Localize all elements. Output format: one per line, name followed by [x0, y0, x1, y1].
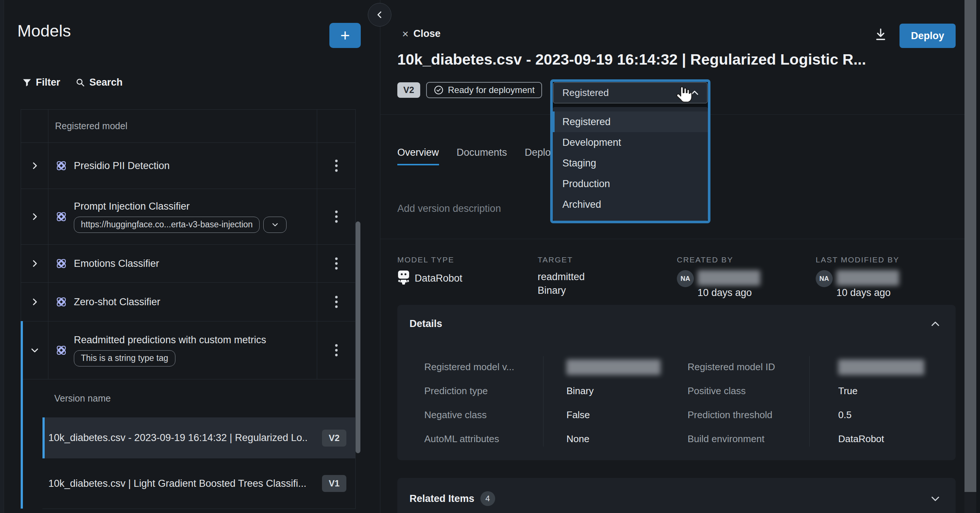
version-row-v2[interactable]: 10k_diabetes.csv - 2023-09-19 16:14:32 |…	[43, 418, 355, 458]
model-registry-icon	[55, 210, 68, 223]
model-version-title: 10k_diabetes.csv - 2023-09-19 16:14:32 |…	[397, 51, 899, 68]
expand-button[interactable]	[21, 283, 48, 321]
meta-created-by: CREATED BY NA 10 days ago	[677, 256, 760, 299]
model-tag: https://huggingface.co...erta-v3-base-in…	[74, 217, 259, 233]
stage-option-staging[interactable]: Staging	[553, 153, 708, 173]
redacted-value	[566, 359, 660, 375]
redacted-user-name	[697, 270, 760, 286]
add-model-button[interactable]: +	[329, 23, 361, 48]
filter-label: Filter	[36, 77, 60, 88]
detail-label: Registered model v...	[424, 355, 514, 379]
version-row-v1[interactable]: 10k_diabetes.csv | Light Gradient Booste…	[43, 458, 355, 508]
kebab-icon	[335, 159, 338, 172]
chevron-up-icon	[689, 88, 700, 98]
chevron-right-icon	[30, 259, 40, 268]
details-title: Details	[409, 318, 442, 330]
kebab-icon	[335, 257, 338, 270]
expand-button[interactable]	[21, 189, 48, 244]
detail-label: Prediction type	[424, 379, 514, 403]
table-header-row: Registered model	[21, 110, 355, 143]
stage-option-archived[interactable]: Archived	[553, 194, 708, 215]
avatar: NA	[677, 270, 694, 287]
model-row-emotions[interactable]: Emotions Classifier	[21, 245, 355, 283]
version-name: 10k_diabetes.csv | Light Gradient Booste…	[48, 478, 307, 489]
details-column-divider	[810, 356, 810, 446]
row-menu-button[interactable]	[317, 245, 355, 282]
model-type-value: DataRobot	[415, 273, 462, 284]
close-icon: ×	[402, 29, 409, 40]
target-label: TARGET	[538, 256, 585, 264]
detail-value: None	[566, 427, 660, 451]
model-name: Zero-shot Classifier	[74, 296, 160, 308]
stage-option-development[interactable]: Development	[553, 132, 708, 153]
version-name: 10k_diabetes.csv - 2023-09-19 16:14:32 |…	[48, 432, 307, 444]
stage-dropdown-button[interactable]: Registered	[553, 82, 708, 103]
collapse-panel-button[interactable]	[368, 3, 391, 27]
expand-button[interactable]	[21, 245, 48, 282]
model-row-zero-shot[interactable]: Zero-shot Classifier	[21, 283, 355, 321]
model-detail-panel: × Close Deploy 10k_diabetes.csv - 2023-0…	[380, 0, 980, 513]
model-name: Emotions Classifier	[74, 258, 159, 269]
avatar: NA	[816, 270, 833, 287]
tag-expander-button[interactable]	[263, 217, 286, 233]
details-card: Details Registered model v... Prediction…	[397, 305, 956, 460]
left-panel-scrollbar-thumb[interactable]	[356, 221, 360, 453]
app-window: Models + Filter Search Registered model	[0, 0, 980, 513]
model-registry-icon	[55, 159, 68, 172]
section-divider	[380, 239, 980, 239]
stage-option-registered[interactable]: Registered	[553, 111, 708, 132]
model-row-prompt-injection[interactable]: Prompt Injection Classifier https://hugg…	[21, 189, 355, 245]
stage-dropdown-value: Registered	[562, 87, 609, 98]
detail-value: False	[566, 403, 660, 427]
related-items-count-badge: 4	[480, 491, 495, 506]
detail-label: Prediction threshold	[687, 403, 775, 427]
meta-model-type: MODEL TYPE DataRobot	[397, 256, 462, 286]
tab-documents[interactable]: Documents	[457, 147, 508, 165]
detail-label: Negative class	[424, 403, 514, 427]
stage-option-production[interactable]: Production	[553, 173, 708, 194]
kebab-icon	[335, 344, 338, 357]
row-menu-button[interactable]	[317, 283, 355, 321]
chevron-right-icon	[30, 161, 40, 170]
row-menu-button[interactable]	[317, 321, 355, 379]
versions-table: Version name 10k_diabetes.csv - 2023-09-…	[43, 379, 356, 509]
kebab-icon	[335, 210, 338, 223]
kebab-icon	[335, 295, 338, 308]
collapse-row-button[interactable]	[21, 321, 48, 379]
search-label: Search	[89, 77, 123, 88]
details-column-divider	[543, 356, 544, 446]
version-description-placeholder[interactable]: Add version description	[397, 203, 501, 214]
expand-button[interactable]	[21, 143, 48, 189]
expanded-group-accent-bar	[21, 321, 23, 508]
page-title: Models	[18, 21, 71, 41]
expand-section-button[interactable]	[930, 493, 941, 504]
model-row-presidio[interactable]: Presidio PII Detection	[21, 143, 355, 189]
model-row-readmitted[interactable]: Readmitted predictions with custom metri…	[21, 321, 355, 380]
collapse-section-button[interactable]	[930, 319, 941, 330]
detail-label: AutoML attributes	[424, 427, 514, 451]
version-badge: V1	[322, 475, 346, 492]
detail-label: Positive class	[687, 379, 775, 403]
search-button[interactable]: Search	[76, 77, 123, 88]
row-menu-button[interactable]	[317, 189, 355, 244]
row-menu-button[interactable]	[317, 143, 355, 189]
chevron-down-icon	[30, 345, 40, 355]
filter-icon	[22, 78, 32, 87]
created-ago: 10 days ago	[697, 287, 760, 299]
created-by-label: CREATED BY	[677, 256, 760, 264]
close-button[interactable]: × Close	[402, 28, 441, 40]
window-scrollbar-thumb[interactable]	[964, 0, 976, 492]
deploy-label: Deploy	[911, 30, 944, 42]
download-button[interactable]	[874, 27, 887, 42]
detail-label: Registered model ID	[687, 355, 775, 379]
deploy-button[interactable]: Deploy	[899, 24, 956, 48]
versions-header-row: Version name	[43, 379, 355, 418]
filter-button[interactable]: Filter	[22, 77, 60, 88]
related-items-title: Related Items	[409, 493, 474, 505]
model-registry-icon	[55, 344, 68, 357]
model-registry-icon	[55, 295, 68, 308]
model-name: Presidio PII Detection	[74, 160, 170, 172]
download-icon	[874, 27, 887, 42]
tab-overview[interactable]: Overview	[397, 147, 439, 165]
left-edge-strip	[0, 0, 4, 513]
